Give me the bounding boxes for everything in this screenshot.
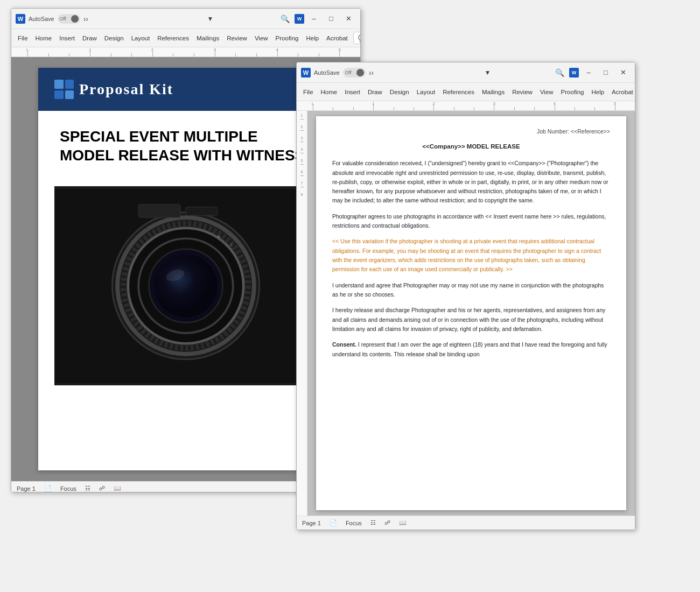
svg-text:1.4: 1.4	[225, 243, 233, 248]
autosave-label-back: AutoSave	[29, 16, 54, 22]
menu-references-front[interactable]: References	[439, 87, 478, 97]
close-button-back[interactable]: ✕	[341, 13, 356, 25]
ruler-mark-2: 2	[301, 125, 303, 129]
menu-draw-front[interactable]: Draw	[365, 87, 386, 97]
close-button-front[interactable]: ✕	[615, 67, 631, 79]
menu-proofing-back[interactable]: Proofing	[272, 33, 302, 44]
cover-title-area: SPECIAL EVENT MULTIPLE MODEL RELEASE WIT…	[38, 111, 333, 175]
consent-label: Consent.	[332, 341, 356, 348]
autosave-toggle-back[interactable]: Off	[58, 14, 80, 24]
menu-home-back[interactable]: Home	[32, 33, 55, 44]
job-number: Job Number: <<Reference>>	[332, 127, 610, 136]
minimize-button-back[interactable]: –	[306, 13, 321, 25]
menu-view-front[interactable]: View	[537, 87, 557, 97]
menu-proofing-front[interactable]: Proofing	[558, 87, 587, 97]
svg-point-6	[154, 254, 217, 317]
company-model-release-title: <<Company>> MODEL RELEASE	[332, 142, 610, 151]
menu-view-back[interactable]: View	[251, 33, 271, 44]
window-title-back: ▼	[146, 15, 274, 23]
pk-squares	[54, 80, 74, 99]
menu-design-back[interactable]: Design	[101, 33, 127, 44]
menu-insert-front[interactable]: Insert	[341, 87, 363, 97]
menu-help-front[interactable]: Help	[588, 87, 607, 97]
autosave-toggle-front[interactable]: Off	[343, 68, 366, 77]
word-badge-front: W	[569, 68, 579, 77]
read-mode-icon-back[interactable]: 📄	[44, 485, 52, 492]
page-indicator-back: Page 1	[17, 485, 36, 492]
ribbon-back: File Home Insert Draw Design Layout Refe…	[11, 29, 360, 47]
book-icon-front[interactable]: 📖	[399, 519, 407, 526]
book-icon-back[interactable]: 📖	[114, 485, 121, 492]
menu-acrobat-front[interactable]: Acrobat	[608, 87, 635, 97]
consent-text: I represent that I am over the age of ei…	[332, 341, 607, 357]
menu-file-front[interactable]: File	[300, 87, 317, 97]
paragraph-6: Consent. I represent that I am over the …	[332, 340, 610, 359]
title-bar-front: W AutoSave Off ›› ▼ 🔍 W – □ ✕	[297, 62, 635, 83]
ruler-mark-1: 1	[301, 114, 303, 117]
doc-page-front: Job Number: <<Reference>> <<Company>> MO…	[316, 116, 626, 510]
menu-file-back[interactable]: File	[15, 33, 31, 44]
menu-design-front[interactable]: Design	[387, 87, 412, 97]
cover-image: ∞ 1.4	[54, 186, 317, 385]
menu-home-front[interactable]: Home	[318, 87, 341, 97]
page-indicator-front: Page 1	[302, 520, 321, 526]
mobile-icon-back[interactable]: ☍	[99, 485, 105, 492]
menu-mailings-back[interactable]: Mailings	[193, 33, 222, 44]
ruler-mark-4: 4	[301, 147, 303, 151]
doc-page-back: Proposal Kit SPECIAL EVENT MULTIPLE MODE…	[38, 68, 333, 470]
svg-rect-8	[138, 205, 180, 217]
expand-chevron-back[interactable]: ››	[83, 15, 88, 23]
ruler-mark-6: 6	[301, 170, 303, 174]
svg-text:∞: ∞	[218, 234, 221, 239]
ruler-mark-7: 7	[301, 181, 303, 185]
expand-chevron-front[interactable]: ››	[369, 68, 374, 77]
read-mode-icon-front[interactable]: 📄	[330, 519, 337, 526]
doc-content-front: Job Number: <<Reference>> <<Company>> MO…	[316, 116, 626, 510]
pk-square-4	[65, 90, 74, 100]
ruler-mark-5: 5	[301, 159, 303, 163]
menu-draw-back[interactable]: Draw	[79, 33, 100, 44]
menu-references-back[interactable]: References	[154, 33, 192, 44]
ribbon-front: File Home Insert Draw Design Layout Refe…	[297, 83, 635, 101]
maximize-button-front[interactable]: □	[598, 67, 613, 79]
menu-help-back[interactable]: Help	[303, 33, 322, 44]
menu-review-back[interactable]: Review	[223, 33, 250, 44]
menu-mailings-front[interactable]: Mailings	[479, 87, 508, 97]
menu-acrobat-back[interactable]: Acrobat	[323, 33, 351, 44]
ruler-back: L 1 2 3 4 5	[11, 47, 360, 57]
doc-scroll-area-front: Job Number: <<Reference>> <<Company>> MO…	[307, 111, 635, 516]
paragraph-1: For valuable consideration received, I (…	[332, 159, 610, 206]
cover-main-title: SPECIAL EVENT MULTIPLE MODEL RELEASE WIT…	[60, 127, 312, 165]
left-ruler-front: 1 2 3 4 5 6 7 8	[297, 111, 307, 516]
minimize-button-front[interactable]: –	[581, 67, 596, 79]
menu-layout-front[interactable]: Layout	[414, 87, 439, 97]
doc-wrapper-front: 1 2 3 4 5 6 7 8 Job Number: <<Reference>…	[297, 111, 635, 516]
word-icon-front: W	[301, 68, 311, 77]
focus-label-back: Focus	[60, 485, 76, 492]
paragraph-2: Photographer agrees to use photographs i…	[332, 212, 610, 231]
mobile-icon-front[interactable]: ☍	[384, 519, 390, 526]
maximize-button-back[interactable]: □	[324, 13, 339, 25]
focus-label-front: Focus	[346, 520, 362, 526]
menu-layout-back[interactable]: Layout	[128, 33, 153, 44]
search-button-back[interactable]: 🔍	[277, 13, 292, 25]
ruler-mark-3: 3	[301, 136, 303, 140]
pk-logo: Proposal Kit	[54, 80, 173, 99]
menu-insert-back[interactable]: Insert	[56, 33, 78, 44]
pk-square-1	[54, 80, 64, 89]
layout-icon-front[interactable]: ☷	[370, 519, 376, 526]
window-title-front: ▼	[426, 69, 549, 76]
word-badge-back: W	[295, 14, 304, 24]
ruler-mark-8: 8	[301, 193, 303, 196]
layout-icon-back[interactable]: ☷	[85, 485, 90, 492]
comment-button-back[interactable]: 💬	[353, 32, 361, 44]
ruler-front: L 1 2 3 4 5	[297, 101, 635, 111]
menu-review-front[interactable]: Review	[509, 87, 536, 97]
pk-title-text: Proposal Kit	[79, 81, 173, 98]
paragraph-4: I understand and agree that Photographer…	[332, 281, 610, 300]
pk-square-2	[65, 80, 74, 89]
svg-rect-9	[186, 207, 218, 216]
search-button-front[interactable]: 🔍	[552, 67, 567, 79]
pk-square-3	[54, 90, 64, 100]
paragraph-orange: << Use this variation if the photographe…	[332, 237, 610, 274]
